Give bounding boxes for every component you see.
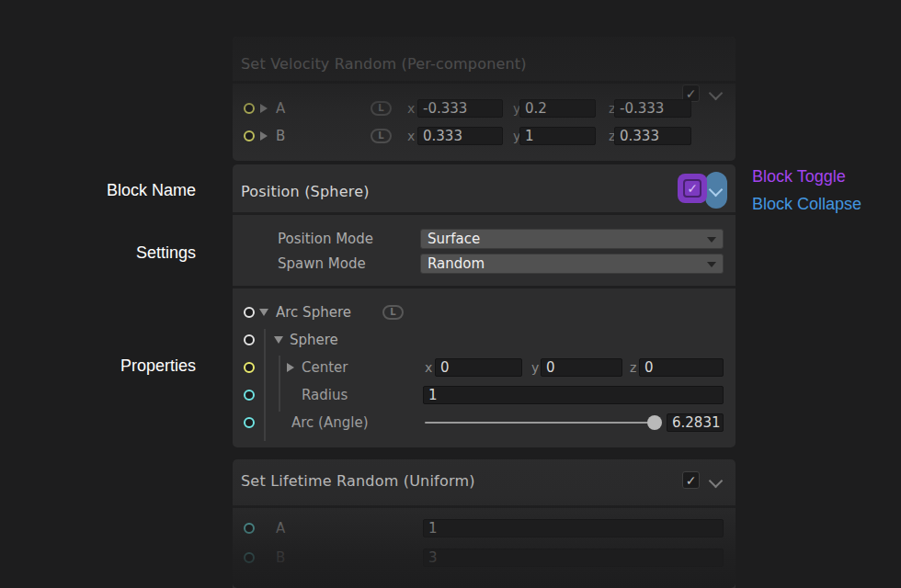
- property-label: Radius: [302, 386, 348, 404]
- port-center[interactable]: [244, 362, 255, 373]
- foldout-a-icon[interactable]: [260, 104, 268, 113]
- space-local-icon[interactable]: L: [371, 129, 392, 143]
- indent-guide: [279, 356, 280, 412]
- block-set-lifetime-random[interactable]: Set Lifetime Random (Uniform) ✓ A 1 B 3: [233, 459, 736, 588]
- port-b[interactable]: [244, 130, 255, 141]
- block-title: Position (Sphere): [241, 183, 370, 201]
- row-label: B: [276, 127, 285, 145]
- annotation-block-name: Block Name: [107, 181, 196, 199]
- block-collapse-button[interactable]: [705, 172, 727, 209]
- block-title: Set Lifetime Random (Uniform): [241, 472, 475, 491]
- section-divider: [233, 212, 736, 215]
- value-field-ax[interactable]: -0.333: [417, 99, 503, 118]
- lifetime-a-field[interactable]: 1: [423, 519, 724, 537]
- value-field-bz[interactable]: 0.333: [614, 127, 691, 145]
- property-label: Arc Sphere: [276, 303, 351, 322]
- axis-label-x: x: [425, 358, 432, 377]
- dropdown-value: Random: [428, 255, 485, 272]
- foldout-center-icon[interactable]: [287, 363, 294, 372]
- foldout-b-icon[interactable]: [260, 131, 268, 141]
- space-local-icon[interactable]: L: [382, 305, 404, 320]
- block-enable-checkbox[interactable]: ✓: [682, 471, 700, 489]
- block-toggle-button[interactable]: ✓: [678, 174, 707, 203]
- port-arc-sphere[interactable]: [244, 307, 255, 318]
- block-collapse-chevron-icon[interactable]: [709, 86, 724, 101]
- checkmark-icon: ✓: [686, 87, 697, 100]
- radius-field[interactable]: 1: [423, 386, 724, 404]
- block-collapse-chevron-icon[interactable]: [709, 474, 724, 489]
- space-local-icon[interactable]: L: [371, 101, 392, 116]
- block-title: Set Velocity Random (Per-component): [241, 55, 527, 74]
- arc-slider-track[interactable]: [425, 422, 648, 424]
- port-arc-angle[interactable]: [244, 417, 255, 428]
- row-label: A: [276, 99, 285, 118]
- property-label: Arc (Angle): [291, 413, 369, 432]
- center-y-field[interactable]: 0: [541, 358, 622, 377]
- spawn-mode-dropdown[interactable]: Random: [420, 254, 724, 274]
- annotation-block-toggle: Block Toggle: [752, 167, 846, 186]
- block-set-velocity-random[interactable]: Set Velocity Random (Per-component) ✓ A …: [233, 37, 736, 161]
- center-z-field[interactable]: 0: [639, 358, 724, 377]
- block-enable-checkbox: ✓: [683, 179, 701, 198]
- value-field-ay[interactable]: 0.2: [519, 99, 596, 118]
- axis-label-x: x: [407, 127, 415, 145]
- section-divider: [233, 505, 736, 508]
- indent-guide: [264, 329, 266, 441]
- foldout-arc-sphere-icon[interactable]: [259, 309, 268, 316]
- dropdown-value: Surface: [428, 231, 480, 247]
- chevron-down-icon: [709, 183, 724, 198]
- block-position-sphere[interactable]: Position (Sphere) ✓ Position Mode Surfac…: [233, 164, 736, 447]
- property-label: Center: [302, 358, 348, 377]
- checkmark-icon: ✓: [686, 474, 697, 487]
- annotation-settings: Settings: [136, 243, 196, 262]
- dropdown-arrow-icon: [707, 262, 716, 267]
- section-divider: [233, 81, 736, 84]
- foldout-sphere-icon[interactable]: [274, 336, 283, 344]
- arc-value-field[interactable]: 6.2831: [667, 413, 724, 432]
- axis-label-y: y: [531, 358, 539, 377]
- setting-label: Position Mode: [278, 230, 373, 248]
- annotation-properties: Properties: [120, 356, 196, 375]
- port-sphere[interactable]: [244, 334, 255, 345]
- section-divider: [233, 286, 736, 288]
- dropdown-arrow-icon: [707, 237, 716, 243]
- vfx-graph-canvas: Block Name Settings Properties Block Tog…: [0, 0, 901, 588]
- arc-slider-handle[interactable]: [647, 415, 662, 430]
- annotation-block-collapse: Block Collapse: [752, 195, 861, 213]
- port-a[interactable]: [244, 103, 255, 114]
- property-label: Sphere: [290, 331, 338, 349]
- row-label: B: [276, 548, 285, 567]
- axis-label-z: z: [630, 358, 636, 377]
- port-radius[interactable]: [244, 390, 255, 401]
- value-field-bx[interactable]: 0.333: [417, 127, 503, 145]
- center-x-field[interactable]: 0: [435, 358, 522, 377]
- port-a[interactable]: [244, 523, 255, 534]
- value-field-az[interactable]: -0.333: [614, 99, 691, 118]
- axis-label-x: x: [407, 99, 415, 118]
- lifetime-b-field[interactable]: 3: [423, 548, 724, 567]
- row-label: A: [276, 519, 285, 537]
- port-b[interactable]: [244, 552, 255, 563]
- value-field-by[interactable]: 1: [519, 127, 596, 145]
- position-mode-dropdown[interactable]: Surface: [420, 229, 724, 249]
- setting-label: Spawn Mode: [278, 254, 366, 273]
- checkmark-icon: ✓: [687, 182, 698, 195]
